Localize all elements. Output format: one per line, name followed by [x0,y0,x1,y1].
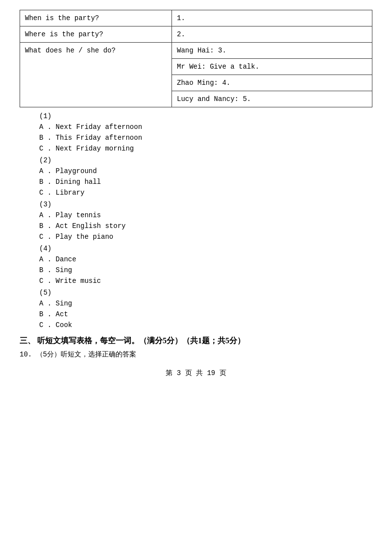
questions-container: (1)A . Next Friday afternoonB . This Fri… [20,112,372,329]
question-what: What does he / she do? [25,47,116,54]
question-num: (2) [39,156,372,164]
sub-row: Zhao Ming: 4. [172,75,372,91]
cell-right-1: 1. [172,10,372,26]
question-num: (1) [39,112,372,120]
section3-heading: 三、 听短文填写表格，每空一词。（满分5分）（共1题；共5分） [20,336,372,346]
option-item: A . Next Friday afternoon [39,123,372,131]
table-row: What does he / she do? Wang Hai: 3. Mr W… [20,43,372,107]
option-item: C . Play the piano [39,233,372,241]
question-where: Where is the party? [25,30,103,38]
option-item: C . Library [39,189,372,197]
cell-right-2: 2. [172,26,372,42]
sub-row: Mr Wei: Give a talk. [172,59,372,75]
table-row: When is the party? 1. [20,10,372,26]
question-10: 10. （5分）听短文，选择正确的答案 [20,350,372,359]
option-item: A . Playground [39,167,372,175]
option-item: A . Dance [39,255,372,263]
sub-row: Wang Hai: 3. [172,43,372,59]
option-item: A . Play tennis [39,211,372,219]
option-item: C . Next Friday morning [39,145,372,152]
option-item: B . Dining hall [39,178,372,186]
question-when: When is the party? [25,14,99,22]
question-num: (4) [39,245,372,252]
table-row: Where is the party? 2. [20,26,372,43]
footer-text: 第 3 页 共 19 页 [166,369,226,377]
cell-left-2: Where is the party? [20,26,172,42]
sub-row: 2. [172,26,372,42]
option-item: B . Sing [39,266,372,274]
option-item: B . Act English story [39,222,372,230]
option-item: C . Cook [39,321,372,329]
cell-left-1: When is the party? [20,10,172,26]
option-item: B . This Friday afternoon [39,134,372,142]
option-item: A . Sing [39,300,372,307]
question-num: (5) [39,289,372,297]
option-item: C . Write music [39,277,372,285]
sub-row: Lucy and Nancy: 5. [172,91,372,107]
cell-left-3: What does he / she do? [20,43,172,107]
question-num: (3) [39,201,372,208]
main-table: When is the party? 1. Where is the party… [20,10,372,107]
cell-right-3: Wang Hai: 3. Mr Wei: Give a talk. Zhao M… [172,43,372,107]
sub-row: 1. [172,10,372,26]
option-item: B . Act [39,310,372,318]
page-footer: 第 3 页 共 19 页 [20,369,372,378]
